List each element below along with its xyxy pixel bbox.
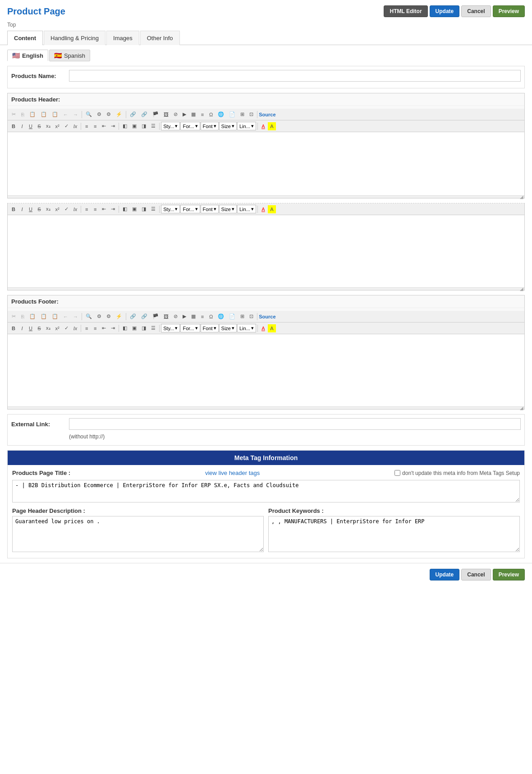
body-format-dropdown[interactable]: For... ▾ bbox=[180, 205, 200, 213]
body-strike-btn[interactable]: S bbox=[35, 205, 43, 213]
meta-no-update-checkbox[interactable] bbox=[394, 470, 400, 476]
footer-font-dropdown[interactable]: Font ▾ bbox=[201, 324, 219, 332]
footer-strike-btn[interactable]: S bbox=[35, 324, 43, 332]
footer-special-char-btn[interactable]: Ω bbox=[207, 313, 215, 321]
footer-remove-format-btn[interactable]: ✓ bbox=[62, 324, 71, 332]
footer-anchor-btn[interactable]: 🏴 bbox=[150, 312, 161, 321]
body-bg-color-btn[interactable]: A bbox=[268, 205, 276, 213]
body-align-justify-btn[interactable]: ☰ bbox=[149, 205, 158, 213]
footer-cut-btn[interactable]: ✂ bbox=[9, 312, 18, 321]
meta-keywords-textarea[interactable] bbox=[268, 516, 520, 552]
body-italic-btn[interactable]: I bbox=[18, 205, 26, 213]
footer-config-btn[interactable]: ⚙ bbox=[95, 312, 104, 321]
link-btn[interactable]: 🔗 bbox=[128, 110, 138, 119]
paste-btn[interactable]: 📋 bbox=[27, 110, 38, 119]
body-align-left-btn[interactable]: ◧ bbox=[120, 205, 129, 213]
footer-find-btn[interactable]: 🔍 bbox=[83, 312, 94, 321]
footer-table-btn[interactable]: ▦ bbox=[189, 312, 198, 321]
body-font-color-btn[interactable]: A bbox=[259, 205, 267, 213]
footer-copy-btn[interactable]: ⎘ bbox=[18, 313, 27, 321]
products-name-input[interactable] bbox=[69, 70, 521, 82]
products-footer-editor-area[interactable] bbox=[8, 334, 524, 406]
footer-font-color-btn[interactable]: A bbox=[259, 324, 267, 332]
footer-align-center-btn[interactable]: ▣ bbox=[130, 324, 139, 332]
tab-images[interactable]: Images bbox=[106, 31, 139, 45]
footer-ol-btn[interactable]: ≡ bbox=[83, 324, 91, 332]
footer-ul-btn[interactable]: ≡ bbox=[91, 324, 99, 332]
tab-handling-pricing[interactable]: Handling & Pricing bbox=[44, 31, 105, 45]
body-style-dropdown[interactable]: Sty... ▾ bbox=[161, 205, 180, 213]
remove-format-btn[interactable]: ✓ bbox=[62, 122, 71, 130]
lang-tab-spanish[interactable]: 🇪🇸 Spanish bbox=[49, 50, 90, 61]
line-dropdown[interactable]: Lin... ▾ bbox=[237, 122, 256, 130]
size-dropdown[interactable]: Size ▾ bbox=[219, 122, 237, 130]
header-editor-resize[interactable]: ◢ bbox=[8, 195, 524, 198]
body-font-dropdown[interactable]: Font ▾ bbox=[201, 205, 219, 213]
templates-btn[interactable]: ⊞ bbox=[238, 110, 247, 119]
italic2-btn[interactable]: Ix bbox=[71, 122, 80, 130]
meta-description-textarea[interactable] bbox=[12, 516, 264, 552]
body-outdent-btn[interactable]: ⇤ bbox=[100, 205, 108, 213]
body-align-center-btn[interactable]: ▣ bbox=[130, 205, 139, 213]
footer-editor-resize[interactable]: ◢ bbox=[8, 406, 524, 409]
footer-link-btn[interactable]: 🔗 bbox=[128, 312, 138, 321]
body-superscript-btn[interactable]: x² bbox=[53, 205, 62, 213]
footer-italic-btn[interactable]: I bbox=[18, 324, 26, 332]
body-ol-btn[interactable]: ≡ bbox=[83, 205, 91, 213]
footer-align-right-btn[interactable]: ◨ bbox=[139, 324, 148, 332]
bg-color-btn[interactable]: A bbox=[268, 122, 276, 130]
meta-title-textarea[interactable] bbox=[12, 480, 520, 502]
cancel-button-header[interactable]: Cancel bbox=[461, 5, 491, 17]
footer-subscript-btn[interactable]: x₂ bbox=[44, 324, 53, 332]
align-center-btn[interactable]: ▣ bbox=[130, 122, 139, 130]
style-dropdown[interactable]: Sty... ▾ bbox=[161, 122, 180, 130]
footer-bold-btn[interactable]: B bbox=[9, 324, 18, 332]
html-editor-button[interactable]: HTML Editor bbox=[384, 5, 427, 17]
cancel-button-footer[interactable]: Cancel bbox=[461, 569, 491, 580]
table-btn[interactable]: ▦ bbox=[189, 110, 198, 119]
footer-line-dropdown[interactable]: Lin... ▾ bbox=[237, 324, 256, 332]
paste-word-btn[interactable]: 📋 bbox=[50, 110, 60, 119]
tab-other-info[interactable]: Other Info bbox=[140, 31, 180, 45]
font-color-btn[interactable]: A bbox=[259, 122, 267, 130]
footer-size-dropdown[interactable]: Size ▾ bbox=[219, 324, 237, 332]
flash-btn[interactable]: ⊘ bbox=[171, 110, 180, 119]
copy-btn[interactable]: ⎘ bbox=[18, 111, 27, 119]
view-live-header-link[interactable]: view live header tags bbox=[205, 470, 260, 476]
footer-paste-word-btn[interactable]: 📋 bbox=[50, 312, 60, 321]
footer-show-blocks-btn[interactable]: ⊡ bbox=[247, 312, 256, 321]
anchor-btn[interactable]: 🏴 bbox=[150, 110, 161, 119]
body-underline-btn[interactable]: U bbox=[27, 205, 35, 213]
footer-templates-btn[interactable]: ⊞ bbox=[238, 312, 247, 321]
preview-button-header[interactable]: Preview bbox=[493, 5, 525, 17]
update-button-header[interactable]: Update bbox=[430, 5, 460, 17]
footer-spell-btn[interactable]: ⚡ bbox=[114, 312, 124, 321]
special-char-btn[interactable]: Ω bbox=[207, 111, 215, 119]
body-remove-format-btn[interactable]: ✓ bbox=[62, 205, 71, 213]
align-left-btn[interactable]: ◧ bbox=[120, 122, 129, 130]
products-body-editor-area[interactable] bbox=[8, 215, 524, 287]
footer-paste-btn[interactable]: 📋 bbox=[27, 312, 38, 321]
superscript-btn[interactable]: x² bbox=[53, 122, 62, 130]
footer-undo-btn[interactable]: ← bbox=[61, 313, 70, 321]
hr-btn[interactable]: ≡ bbox=[198, 111, 206, 119]
show-blocks-btn[interactable]: ⊡ bbox=[247, 110, 256, 119]
footer-paste-plain-btn[interactable]: 📋 bbox=[38, 312, 49, 321]
footer-redo-btn[interactable]: → bbox=[71, 313, 80, 321]
ol-btn[interactable]: ≡ bbox=[83, 122, 91, 130]
redo-btn[interactable]: → bbox=[71, 111, 80, 119]
footer-outdent-btn[interactable]: ⇤ bbox=[100, 324, 108, 332]
doc-btn[interactable]: 📄 bbox=[227, 110, 238, 119]
footer-hr-btn[interactable]: ≡ bbox=[198, 313, 206, 321]
format-dropdown[interactable]: For... ▾ bbox=[180, 122, 200, 130]
tab-content[interactable]: Content bbox=[7, 31, 43, 45]
footer-superscript-btn[interactable]: x² bbox=[53, 324, 62, 332]
footer-source-btn[interactable]: Source bbox=[259, 314, 275, 319]
ul-btn[interactable]: ≡ bbox=[91, 122, 99, 130]
footer-video-btn[interactable]: ▶ bbox=[180, 312, 188, 321]
external-link-input[interactable] bbox=[69, 418, 521, 430]
outdent-btn[interactable]: ⇤ bbox=[100, 122, 108, 130]
footer-image-btn[interactable]: 🖼 bbox=[161, 313, 171, 321]
footer-italic2-btn[interactable]: Ix bbox=[71, 324, 80, 332]
bold-btn[interactable]: B bbox=[9, 122, 18, 130]
